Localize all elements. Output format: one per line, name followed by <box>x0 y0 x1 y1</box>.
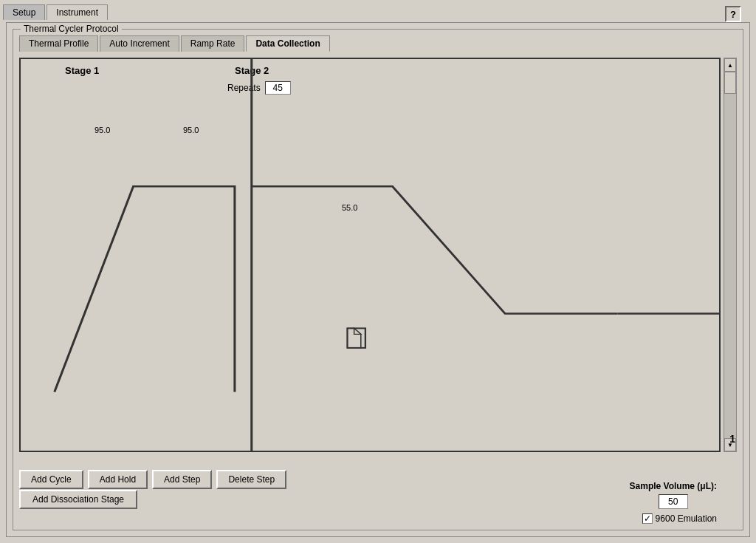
tab-auto-increment[interactable]: Auto Increment <box>100 35 179 52</box>
scroll-track <box>724 72 736 438</box>
add-dissociation-button[interactable]: Add Dissociation Stage <box>19 490 137 509</box>
temp-label-1: 95.0 <box>94 126 110 134</box>
emulation-area: ✓ 9600 Emulation <box>642 513 717 524</box>
sample-volume-input[interactable] <box>659 494 688 509</box>
temp-label-3: 55.0 <box>342 203 357 212</box>
chart-area: Stage 1 Stage 2 Repeats <box>19 58 721 452</box>
main-window: Setup Instrument ? Thermal Cycler Protoc… <box>0 0 756 543</box>
add-hold-button[interactable]: Add Hold <box>88 470 148 489</box>
tab-ramp-rate[interactable]: Ramp Rate <box>181 35 245 52</box>
add-step-button[interactable]: Add Step <box>152 470 212 489</box>
group-box-label: Thermal Cycler Protocol <box>21 24 122 34</box>
bottom-buttons-row2: Add Dissociation Stage <box>19 490 137 509</box>
bottom-buttons-row1: Add Cycle Add Hold Add Step Delete Step <box>19 470 717 489</box>
inner-tabs: Thermal Profile Auto Increment Ramp Rate… <box>19 35 331 52</box>
tab-data-collection[interactable]: Data Collection <box>246 35 329 52</box>
chart-svg <box>21 59 719 451</box>
tab-thermal-profile[interactable]: Thermal Profile <box>19 35 98 52</box>
stage-indicator: 1 <box>729 433 735 445</box>
help-button[interactable]: ? <box>725 6 741 22</box>
scroll-up-button[interactable]: ▲ <box>724 58 736 72</box>
tab-instrument[interactable]: Instrument <box>47 4 108 20</box>
sample-volume-label: Sample Volume (μL): <box>630 481 717 491</box>
sample-volume-area: Sample Volume (μL): <box>630 481 717 509</box>
emulation-checkbox[interactable]: ✓ <box>642 513 653 524</box>
tab-setup[interactable]: Setup <box>3 4 45 20</box>
add-cycle-button[interactable]: Add Cycle <box>19 470 83 489</box>
scrollbar: ▲ ▼ <box>724 58 737 452</box>
emulation-label: 9600 Emulation <box>656 513 717 524</box>
temp-label-2: 95.0 <box>183 126 199 134</box>
svg-marker-3 <box>354 328 361 334</box>
top-tabs: Setup Instrument <box>0 0 109 20</box>
delete-step-button[interactable]: Delete Step <box>216 470 286 489</box>
group-box: Thermal Cycler Protocol Thermal Profile … <box>13 29 743 530</box>
content-area: Thermal Cycler Protocol Thermal Profile … <box>6 22 750 537</box>
scroll-thumb[interactable] <box>724 72 736 94</box>
